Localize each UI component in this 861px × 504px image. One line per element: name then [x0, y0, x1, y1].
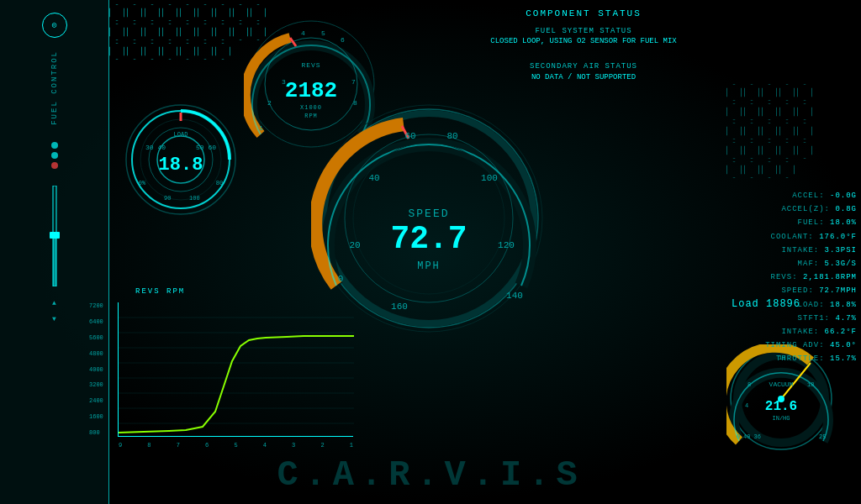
svg-text:3: 3: [282, 78, 286, 86]
stat-row: THROTTLE: 15.7%: [710, 352, 857, 365]
svg-text:40 36: 40 36: [743, 433, 761, 440]
stat-row: STFT1: 4.7%: [710, 312, 857, 325]
app-title: C.A.R.V.I.S: [168, 455, 693, 496]
arrow-down-icon[interactable]: ▼: [52, 315, 56, 323]
svg-rect-2: [50, 232, 60, 239]
svg-text:18: 18: [807, 381, 814, 388]
svg-text:0: 0: [737, 433, 740, 440]
stat-row: FUEL: 18.0%: [710, 216, 857, 229]
svg-text:20: 20: [349, 240, 360, 250]
svg-text:80: 80: [446, 131, 457, 141]
svg-text:VACUUM: VACUUM: [769, 381, 794, 388]
stat-row: TIMING ADV: 45.0°: [710, 339, 857, 352]
stat-row: LOAD: 18.8%: [710, 298, 857, 312]
svg-text:REVS: REVS: [301, 61, 320, 69]
secondary-air-label: SECONDARY AIR STATUS: [457, 60, 710, 72]
rpm-chart: REVS RPM 7200640056004800400032002400160…: [118, 302, 353, 437]
svg-text:8: 8: [747, 381, 751, 388]
svg-text:80: 80: [216, 180, 223, 186]
svg-text:0: 0: [338, 274, 344, 284]
svg-text:5: 5: [321, 29, 325, 37]
svg-text:40: 40: [368, 173, 379, 183]
stat-row: COOLANT: 176.0°F: [710, 230, 857, 244]
svg-rect-1: [53, 236, 56, 286]
svg-text:4: 4: [745, 402, 748, 409]
stat-row: REVS: 2,181.8RPM: [710, 270, 857, 284]
speed-gauge: 0 20 40 60 80 100 120 140 160 SPEED 72.7…: [311, 101, 547, 336]
svg-text:6: 6: [341, 36, 345, 44]
target-icon[interactable]: ⊙: [42, 13, 67, 38]
svg-text:SPEED: SPEED: [408, 207, 449, 220]
svg-text:7: 7: [351, 78, 356, 86]
component-status-title: COMPONENT STATUS: [457, 8, 710, 18]
svg-text:90: 90: [164, 195, 171, 202]
stat-row: ACCEL: -0.0G: [710, 189, 857, 202]
fuel-system-value: CLOSED LOOP, USING O2 SENSOR FOR FUEL MI…: [457, 37, 710, 45]
chart-y-labels: 72006400560048004000320024001600800: [89, 302, 103, 436]
stat-row: MAF: 5.3G/S: [710, 257, 857, 270]
secondary-air-value: NO DATA / NOT SUPPORTED: [457, 73, 710, 81]
svg-text:LOAD: LOAD: [174, 131, 188, 138]
chart-title: REVS RPM: [135, 287, 185, 296]
fuel-system-label: FUEL SYSTEM STATUS: [457, 25, 710, 37]
svg-text:IN/HG: IN/HG: [772, 415, 790, 422]
svg-text:30 40: 30 40: [145, 144, 166, 151]
stats-container: ACCEL: -0.0GACCEL(Z): 0.8GFUEL: 18.0%COO…: [710, 189, 857, 365]
hex-grid-right-decoration: [726, 84, 827, 178]
svg-text:0%: 0%: [139, 180, 146, 186]
dashboard: ⊙ FUEL CONTROL ▲ ▼: [0, 0, 861, 504]
load-gauge: 30 40 50 60 LOAD 18.8 0% 80 90 100: [122, 101, 240, 218]
stat-row: INTAKE: 66.2°F: [710, 325, 857, 339]
svg-text:60: 60: [404, 131, 415, 141]
svg-text:100: 100: [481, 173, 498, 183]
component-status-panel: COMPONENT STATUS FUEL SYSTEM STATUS CLOS…: [457, 8, 710, 81]
stat-row: SPEED: 72.7MPH: [710, 284, 857, 297]
svg-text:120: 120: [498, 240, 515, 250]
svg-text:2182: 2182: [285, 78, 337, 103]
sidebar-label: FUEL CONTROL: [50, 50, 59, 125]
svg-text:160: 160: [391, 302, 408, 312]
chart-x-labels: 987654321: [119, 442, 353, 449]
svg-text:2: 2: [267, 99, 272, 107]
stat-row: ACCEL(Z): 0.8G: [710, 202, 857, 216]
svg-text:1: 1: [259, 124, 263, 132]
svg-text:MPH: MPH: [417, 260, 441, 272]
svg-text:18.8: 18.8: [159, 155, 203, 176]
svg-text:140: 140: [506, 291, 523, 301]
svg-text:25: 25: [819, 433, 826, 440]
svg-text:50 60: 50 60: [196, 144, 216, 151]
svg-text:100: 100: [189, 195, 200, 202]
svg-text:4: 4: [301, 29, 305, 37]
arrow-up-icon[interactable]: ▲: [52, 299, 56, 307]
svg-text:21.6: 21.6: [765, 399, 797, 414]
sidebar-dots: [51, 142, 58, 169]
stat-row: INTAKE: 3.3PSI: [710, 244, 857, 257]
svg-text:72.7: 72.7: [390, 221, 467, 257]
